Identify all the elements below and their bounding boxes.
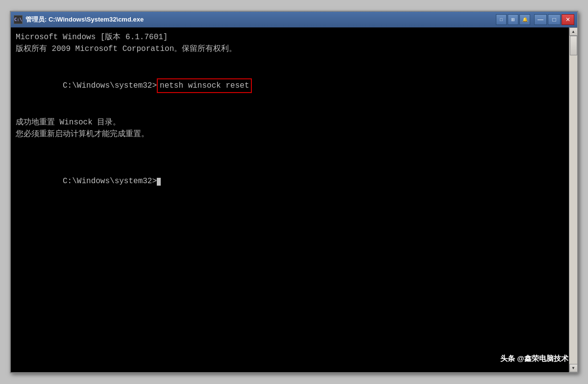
success-line-1: 成功地重置 Winsock 目录。: [16, 117, 564, 128]
scrollbar-track[interactable]: [569, 36, 577, 364]
window-icon: C:\: [14, 15, 23, 24]
empty-line-4: [16, 152, 564, 164]
empty-line-2: [16, 105, 564, 117]
title-bar: C:\ 管理员: C:\Windows\System32\cmd.exe □ ⊞…: [11, 12, 577, 27]
close-button[interactable]: ✕: [562, 14, 574, 25]
window-title: 管理员: C:\Windows\System32\cmd.exe: [25, 15, 144, 24]
scrollbar[interactable]: ▲ ▼: [569, 27, 577, 372]
empty-line-3: [16, 140, 564, 152]
prompt-2: C:\Windows\system32>: [63, 177, 157, 186]
terminal-content[interactable]: Microsoft Windows [版本 6.1.7601] 版权所有 200…: [11, 27, 569, 372]
scroll-down-arrow[interactable]: ▼: [569, 364, 578, 372]
minimize-button[interactable]: —: [534, 14, 547, 25]
scroll-up-arrow[interactable]: ▲: [569, 27, 578, 36]
success-line-2: 您必须重新启动计算机才能完成重置。: [16, 128, 564, 140]
version-line: Microsoft Windows [版本 6.1.7601]: [16, 31, 564, 43]
copyright-line: 版权所有 2009 Microsoft Corporation。保留所有权利。: [16, 43, 564, 55]
cursor: [157, 178, 161, 186]
current-prompt-line: C:\Windows\system32>: [16, 164, 564, 199]
extra-btn-3[interactable]: 🔔: [519, 14, 530, 25]
extra-btn-2[interactable]: ⊞: [508, 14, 518, 25]
maximize-button[interactable]: □: [548, 14, 561, 25]
scrollbar-thumb[interactable]: [570, 36, 577, 55]
extra-btn-1[interactable]: □: [496, 14, 507, 25]
terminal-area: Microsoft Windows [版本 6.1.7601] 版权所有 200…: [11, 27, 577, 372]
window-controls: □ ⊞ 🔔 — □ ✕: [496, 14, 574, 25]
empty-line-1: [16, 55, 564, 67]
prompt-1: C:\Windows\system32>: [63, 81, 157, 90]
command-text: netsh winsock reset: [157, 78, 252, 93]
command-line: C:\Windows\system32>netsh winsock reset: [16, 67, 564, 105]
